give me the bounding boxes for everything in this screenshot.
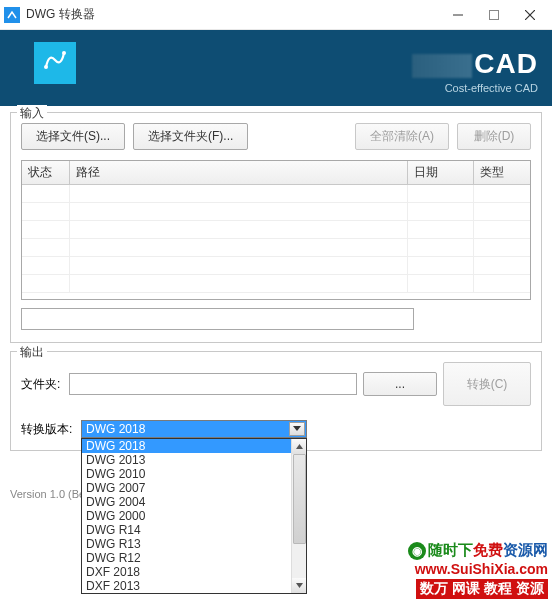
input-fieldset: 输入 选择文件(S)... 选择文件夹(F)... 全部清除(A) 删除(D) …	[10, 112, 542, 343]
watermark-line3: 数万 网课 教程 资源	[416, 579, 548, 599]
brand-text: CAD	[412, 48, 538, 80]
table-row	[22, 185, 530, 203]
col-status[interactable]: 状态	[22, 161, 70, 184]
select-folder-button[interactable]: 选择文件夹(F)...	[133, 123, 248, 150]
file-table: 状态 路径 日期 类型	[21, 160, 531, 300]
combo-option[interactable]: DWG 2000	[82, 509, 306, 523]
combo-option[interactable]: DWG 2007	[82, 481, 306, 495]
browse-button[interactable]: ...	[363, 372, 437, 396]
brand-tagline: Cost-effective CAD	[412, 82, 538, 94]
brand-blur	[412, 54, 472, 78]
scroll-down-icon[interactable]	[292, 578, 306, 593]
scroll-thumb[interactable]	[293, 454, 306, 544]
combo-option[interactable]: DXF 2013	[82, 579, 306, 593]
version-combo[interactable]: DWG 2018 DWG 2018 DWG 2013 DWG 2010 DWG …	[81, 420, 307, 438]
combo-arrow-button[interactable]	[289, 422, 305, 436]
table-header: 状态 路径 日期 类型	[22, 161, 530, 185]
combo-option[interactable]: DWG R12	[82, 551, 306, 565]
svg-point-5	[44, 65, 48, 69]
col-date[interactable]: 日期	[408, 161, 474, 184]
combo-option[interactable]: DWG R13	[82, 537, 306, 551]
folder-input[interactable]	[69, 373, 357, 395]
watermark-badge-icon: ◉	[408, 542, 426, 560]
combo-option[interactable]: DXF 2018	[82, 565, 306, 579]
combo-option[interactable]: DWG 2010	[82, 467, 306, 481]
close-button[interactable]	[512, 0, 548, 30]
close-icon	[525, 10, 535, 20]
app-icon	[4, 7, 20, 23]
input-path-block	[21, 308, 531, 330]
table-row	[22, 257, 530, 275]
input-legend: 输入	[17, 105, 47, 122]
svg-rect-2	[490, 10, 499, 19]
svg-point-6	[62, 51, 66, 55]
combo-display[interactable]: DWG 2018	[81, 420, 307, 438]
main-area: 输入 选择文件(S)... 选择文件夹(F)... 全部清除(A) 删除(D) …	[0, 106, 552, 465]
header-bar: CAD Cost-effective CAD	[0, 30, 552, 106]
folder-label: 文件夹:	[21, 376, 63, 393]
maximize-button[interactable]	[476, 0, 512, 30]
table-row	[22, 203, 530, 221]
clear-all-button[interactable]: 全部清除(A)	[355, 123, 449, 150]
col-type[interactable]: 类型	[474, 161, 530, 184]
table-row	[22, 239, 530, 257]
maximize-icon	[489, 10, 499, 20]
combo-selected-text: DWG 2018	[86, 422, 145, 436]
logo-tile	[34, 42, 76, 84]
chevron-down-icon	[293, 426, 301, 432]
watermark: ◉ 随时下 免费 资源网 www.SuiShiXia.com 数万 网课 教程 …	[408, 541, 548, 599]
combo-option[interactable]: DWG R14	[82, 523, 306, 537]
version-row: 转换版本: DWG 2018 DWG 2018 DWG 2013 DWG 201…	[21, 420, 531, 438]
combo-scrollbar[interactable]	[291, 439, 306, 593]
input-path-field[interactable]	[21, 308, 414, 330]
window-controls	[440, 0, 548, 30]
minimize-icon	[453, 10, 463, 20]
table-row	[22, 221, 530, 239]
window-title: DWG 转换器	[26, 6, 440, 23]
combo-option[interactable]: DWG 2004	[82, 495, 306, 509]
delete-button[interactable]: 删除(D)	[457, 123, 531, 150]
logo-glyph-icon	[42, 47, 68, 79]
minimize-button[interactable]	[440, 0, 476, 30]
select-files-button[interactable]: 选择文件(S)...	[21, 123, 125, 150]
titlebar: DWG 转换器	[0, 0, 552, 30]
table-body	[22, 185, 530, 300]
col-path[interactable]: 路径	[70, 161, 408, 184]
version-label: 转换版本:	[21, 421, 75, 438]
combo-option[interactable]: DWG 2013	[82, 453, 306, 467]
watermark-line2: www.SuiShiXia.com	[408, 561, 548, 577]
convert-button[interactable]: 转换(C)	[443, 362, 531, 406]
input-button-row: 选择文件(S)... 选择文件夹(F)... 全部清除(A) 删除(D)	[21, 123, 531, 150]
output-legend: 输出	[17, 344, 47, 361]
brand: CAD Cost-effective CAD	[412, 48, 538, 94]
scroll-up-icon[interactable]	[292, 439, 306, 454]
output-fieldset: 输出 文件夹: ... 转换(C) 转换版本: DWG 2018 DWG 201…	[10, 351, 542, 451]
combo-dropdown: DWG 2018 DWG 2013 DWG 2010 DWG 2007 DWG …	[81, 438, 307, 594]
output-folder-row: 文件夹: ... 转换(C)	[21, 362, 531, 406]
watermark-line1: ◉ 随时下 免费 资源网	[408, 541, 548, 560]
table-row	[22, 275, 530, 293]
combo-option[interactable]: DWG 2018	[82, 439, 306, 453]
